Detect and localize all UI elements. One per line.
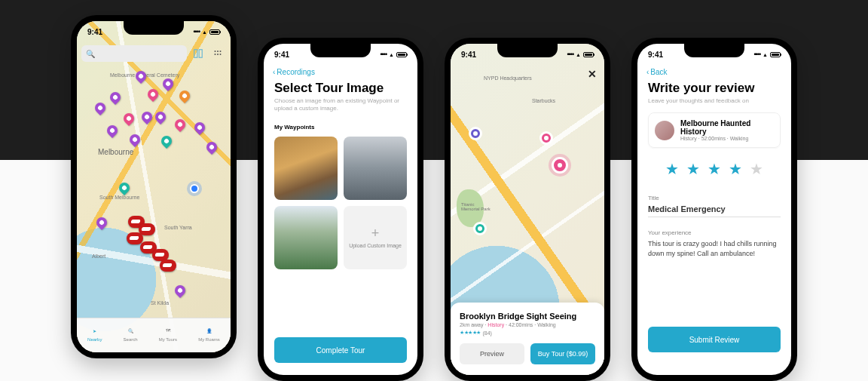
review-title-input[interactable]	[648, 201, 781, 217]
map-pin-icon[interactable]	[539, 131, 553, 145]
status-indicators	[193, 28, 220, 35]
button-label: Complete Tour	[316, 346, 365, 355]
battery-icon	[583, 52, 594, 57]
review-body-input[interactable]: This tour is crazy good! I had chills ru…	[648, 239, 781, 257]
back-label: Back	[650, 68, 667, 76]
person-icon: 👤	[203, 324, 215, 336]
chevron-left-icon: ‹	[273, 68, 275, 76]
page-title: Write your review	[648, 81, 781, 96]
phone-write-review: 9:41 ‹ Back Write your review Leave your…	[631, 38, 797, 381]
svg-rect-0	[194, 50, 197, 58]
status-indicators	[567, 51, 594, 58]
chevron-left-icon: ‹	[646, 68, 649, 76]
map-label: Melbourne	[98, 148, 133, 156]
phone-nearby-map: 9:41 🔍 Melbourne General Cemetery	[71, 15, 237, 358]
star-icon[interactable]: ★	[686, 160, 700, 178]
rating-count: (84)	[483, 330, 492, 336]
map-pin-icon[interactable]	[469, 127, 482, 140]
status-time: 9:41	[274, 51, 289, 59]
status-indicators	[753, 51, 781, 58]
back-button[interactable]: ‹ Back	[637, 65, 791, 79]
tab-bar: ➤ Nearby 🔍 Search 🗺 My Tours 👤 My Roams	[77, 318, 231, 352]
search-input[interactable]: 🔍	[81, 45, 187, 62]
tour-name: Melbourne Haunted History	[680, 119, 774, 136]
map-pin-icon[interactable]	[473, 222, 487, 235]
tab-label: Nearby	[87, 337, 102, 342]
close-button[interactable]: ✕	[588, 68, 597, 80]
map-label: South Yarra	[164, 225, 192, 230]
tab-my-roams[interactable]: 👤 My Roams	[198, 324, 220, 342]
svg-point-2	[215, 51, 216, 52]
star-icon[interactable]: ★	[729, 160, 742, 178]
wifi-icon	[202, 28, 207, 35]
battery-icon	[396, 52, 407, 57]
map-settings-button[interactable]	[209, 45, 226, 62]
svg-point-7	[220, 54, 222, 55]
rating: ★★★★★ (84)	[460, 330, 595, 336]
preview-button[interactable]: Preview	[460, 343, 524, 364]
status-time: 9:41	[648, 51, 663, 59]
cell-signal-icon	[193, 28, 200, 35]
section-heading: My Waypoints	[274, 124, 407, 131]
map-icon: 🗺	[162, 324, 174, 336]
star-icon[interactable]: ★	[750, 160, 763, 178]
map-label: Titanic Memorial Park	[461, 202, 491, 211]
map-label: St Kilda	[151, 300, 169, 306]
svg-point-4	[220, 51, 222, 52]
tour-marker-icon[interactable]	[160, 260, 176, 272]
tab-label: Search	[124, 337, 138, 342]
tab-label: My Roams	[198, 337, 220, 342]
tour-detail-sheet: Brooklyn Bridge Sight Seeing 2km away · …	[451, 303, 604, 375]
star-icon: ★★★★★	[460, 330, 481, 336]
svg-point-5	[215, 54, 216, 55]
svg-rect-1	[199, 50, 202, 58]
map-label: Albert	[92, 253, 105, 259]
back-button[interactable]: ‹ Recordings	[264, 65, 417, 79]
map-label: Starbucks	[532, 98, 555, 103]
map-label: NYPD Headquarters	[484, 75, 532, 81]
location-arrow-icon: ➤	[89, 324, 101, 336]
svg-point-3	[217, 51, 219, 52]
tour-title: Brooklyn Bridge Sight Seeing	[460, 312, 595, 321]
complete-tour-button[interactable]: Complete Tour	[274, 337, 407, 363]
star-icon[interactable]: ★	[665, 160, 679, 178]
wifi-icon	[576, 51, 581, 58]
cell-signal-icon	[380, 51, 387, 58]
buy-tour-button[interactable]: Buy Tour ($0.99)	[530, 343, 595, 364]
star-icon[interactable]: ★	[708, 160, 721, 178]
tour-marker-icon[interactable]	[127, 232, 143, 244]
upload-custom-image-button[interactable]: + Upload Custom Image	[344, 206, 407, 269]
active-map-pin-icon[interactable]	[552, 157, 568, 174]
tab-search[interactable]: 🔍 Search	[124, 324, 138, 342]
tour-avatar	[655, 121, 674, 140]
plus-icon: +	[371, 226, 380, 240]
phone-tour-detail: 9:41 ✕ NYPD Headquarters Starbucks Titan…	[445, 38, 610, 381]
battery-icon	[770, 52, 781, 57]
user-location-dot	[190, 184, 199, 193]
tour-summary-card: Melbourne Haunted History History · 52:0…	[648, 112, 781, 148]
submit-review-button[interactable]: Submit Review	[648, 327, 781, 352]
waypoint-image-option[interactable]	[274, 137, 338, 200]
magnifier-icon: 🔍	[124, 324, 136, 336]
status-indicators	[380, 51, 407, 58]
svg-point-6	[217, 54, 219, 55]
wifi-icon	[389, 51, 394, 58]
phone-select-image: 9:41 ‹ Recordings Select Tour Image Choo…	[258, 38, 423, 381]
tab-nearby[interactable]: ➤ Nearby	[87, 324, 102, 342]
map-label: South Melbourne	[99, 195, 139, 200]
waypoint-image-option[interactable]	[344, 137, 407, 200]
map-layers-button[interactable]	[190, 45, 206, 62]
tour-meta: History · 52:00mins · Walking	[680, 136, 774, 141]
page-subtitle: Choose an image from an existing Waypoin…	[274, 97, 407, 113]
waypoint-image-option[interactable]	[274, 206, 338, 269]
page-title: Select Tour Image	[274, 81, 407, 96]
back-label: Recordings	[277, 68, 315, 76]
button-label: Preview	[480, 350, 504, 358]
rating-input[interactable]: ★ ★ ★ ★ ★	[648, 160, 781, 178]
title-field-label: Title	[648, 195, 781, 201]
page-subtitle: Leave your thoughts and feedback on	[648, 97, 781, 105]
tab-my-tours[interactable]: 🗺 My Tours	[159, 324, 177, 342]
battery-icon	[209, 29, 220, 35]
status-time: 9:41	[461, 51, 476, 59]
button-label: Buy Tour ($0.99)	[538, 350, 588, 358]
